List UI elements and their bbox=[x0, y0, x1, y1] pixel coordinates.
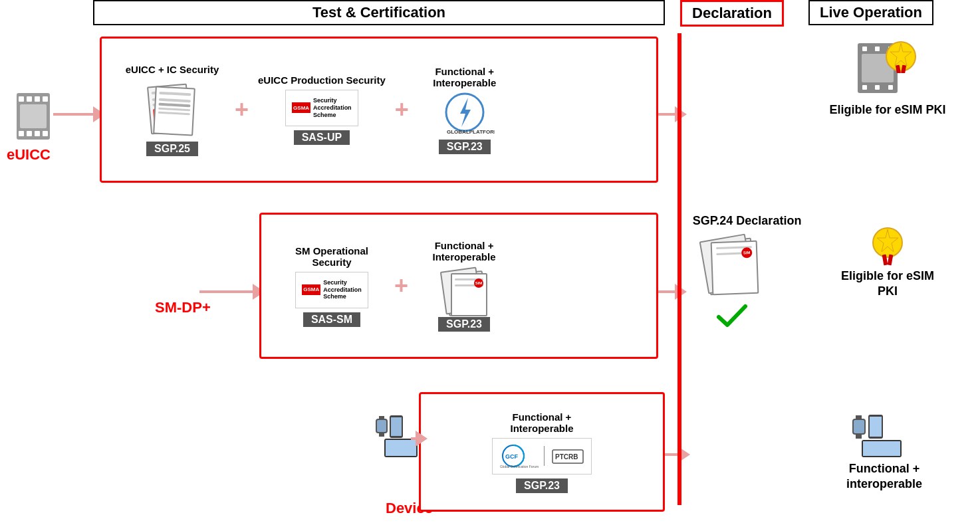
gcf-logo: GCF Global Certification Forum bbox=[500, 443, 540, 469]
svg-rect-5 bbox=[379, 416, 384, 419]
sas-sm-label: SAS-SM bbox=[303, 312, 360, 327]
plus1-row2: + bbox=[394, 272, 408, 300]
plus2-row1: + bbox=[395, 96, 409, 124]
svg-text:PTCRB: PTCRB bbox=[555, 453, 578, 461]
ptcrb-logo: PTCRB bbox=[551, 445, 584, 468]
sgp23-row1-label: SGP.23 bbox=[439, 140, 491, 154]
live-item-2: Eligible for eSIM PKI bbox=[838, 226, 937, 300]
declaration-bar bbox=[677, 33, 681, 505]
svg-text:GLOBALPLATFORM: GLOBALPLATFORM bbox=[447, 129, 495, 135]
cert-row-euicc: eUICC + IC Security EUR SMART bbox=[100, 37, 658, 183]
header-live: Live Operation bbox=[808, 0, 933, 25]
smdp-arrow bbox=[199, 284, 265, 300]
arrow-device-row3 bbox=[411, 431, 428, 447]
sgp23-row1-title: Functional +Interoperable bbox=[433, 66, 496, 88]
svg-text:Global Certification Forum: Global Certification Forum bbox=[500, 465, 539, 469]
sgp25-section: eUICC + IC Security EUR SMART bbox=[112, 60, 232, 160]
svg-text:GCF: GCF bbox=[505, 453, 519, 460]
arrow-row1-to-decl bbox=[658, 106, 687, 122]
header-test: Test & Certification bbox=[93, 0, 665, 25]
gcf-ptcrb-section: Functional +Interoperable GCF Global Cer… bbox=[475, 407, 608, 497]
live-item-3: Functional + interoperable bbox=[818, 405, 951, 492]
row3-title: Functional +Interoperable bbox=[510, 411, 573, 434]
live-item-1: Eligible for eSIM PKI bbox=[824, 40, 951, 118]
sas-sm-section: SM OperationalSecurity GSMA Security Acc… bbox=[272, 241, 392, 331]
header-declaration: Declaration bbox=[680, 0, 784, 27]
award-badge-2 bbox=[868, 226, 908, 266]
plus1-row1: + bbox=[235, 96, 249, 124]
sas-sm-title: SM OperationalSecurity bbox=[295, 245, 368, 268]
arrow-row2-to-decl bbox=[658, 284, 687, 300]
euicc-film-icon bbox=[17, 93, 50, 140]
svg-rect-8 bbox=[391, 417, 402, 436]
svg-rect-25 bbox=[854, 420, 864, 433]
svg-rect-31 bbox=[863, 441, 900, 456]
sgp23-row2-label: SGP.23 bbox=[438, 317, 490, 332]
sas-up-title: eUICC Production Security bbox=[258, 74, 386, 86]
svg-rect-29 bbox=[870, 417, 882, 437]
euicc-label: eUICC bbox=[7, 146, 51, 163]
svg-rect-4 bbox=[377, 420, 386, 432]
sgp23-row2-title: Functional +Interoperable bbox=[433, 240, 496, 263]
svg-rect-27 bbox=[856, 435, 862, 439]
cert-row-smdp: SM OperationalSecurity GSMA Security Acc… bbox=[259, 213, 658, 359]
live-eligible2-label: Eligible for eSIM PKI bbox=[838, 268, 937, 300]
arrow-euicc-to-row1 bbox=[53, 106, 105, 122]
sgp23-row2-section: Functional +Interoperable ! SIM SGP.23 bbox=[411, 236, 517, 336]
row1-title: eUICC + IC Security bbox=[126, 64, 219, 75]
svg-marker-1 bbox=[460, 98, 471, 127]
award-badge-1 bbox=[884, 40, 918, 73]
cert-row-device: Functional +Interoperable GCF Global Cer… bbox=[419, 392, 665, 512]
declaration-content: SGP.24 Declaration ! SIM bbox=[689, 40, 805, 332]
live-functional-label: Functional + interoperable bbox=[818, 461, 951, 492]
row3-label: SGP.23 bbox=[516, 478, 568, 493]
sas-up-label: SAS-UP bbox=[294, 130, 350, 145]
svg-rect-6 bbox=[379, 433, 384, 437]
sgp25-label: SGP.25 bbox=[146, 142, 198, 156]
live-eligible1-label: Eligible for eSIM PKI bbox=[829, 102, 945, 118]
sgp24-declaration-label: SGP.24 Declaration bbox=[689, 213, 805, 229]
globalplatform-icon: GLOBALPLATFORM bbox=[435, 92, 495, 136]
smdp-label: SM-DP+ bbox=[155, 299, 211, 316]
live-devices-icon bbox=[851, 405, 918, 459]
sas-up-section: eUICC Production Security GSMA Security … bbox=[251, 70, 392, 149]
checkmark-svg bbox=[715, 302, 749, 329]
sgp23-row1-section: Functional +Interoperable GLOBALPLATFORM… bbox=[412, 62, 518, 158]
checkmark bbox=[715, 302, 805, 332]
svg-rect-26 bbox=[856, 415, 862, 419]
